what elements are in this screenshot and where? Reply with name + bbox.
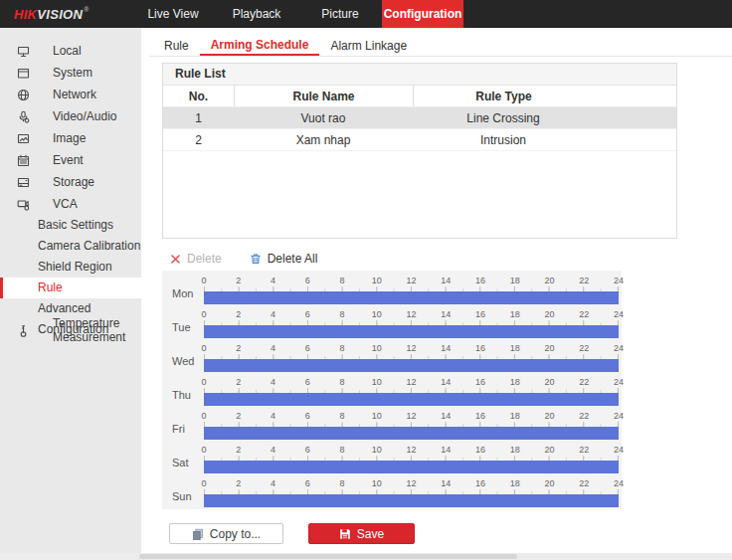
hour-label: 6 bbox=[305, 411, 310, 421]
schedule-track-wed[interactable] bbox=[204, 359, 619, 372]
hour-label: 6 bbox=[305, 377, 310, 387]
rule-row-1[interactable]: 1Vuot raoLine Crossing bbox=[163, 107, 676, 129]
schedule-bar-mon[interactable] bbox=[204, 291, 619, 304]
schedule-bar-thu[interactable] bbox=[204, 393, 619, 406]
arming-schedule: Mon024681012141618202224Tue0246810121416… bbox=[162, 271, 622, 509]
sidebar-item-label: Event bbox=[53, 153, 84, 167]
hour-label: 4 bbox=[271, 309, 275, 319]
schedule-bar-sat[interactable] bbox=[204, 461, 619, 473]
sidebar-item-local[interactable]: Local bbox=[0, 40, 141, 62]
hour-label: 14 bbox=[441, 478, 451, 488]
hour-label: 24 bbox=[614, 445, 624, 455]
hour-scale: 024681012141618202224 bbox=[204, 343, 619, 353]
schedule-track-sun[interactable] bbox=[204, 494, 619, 507]
delete-all-button[interactable]: Delete All bbox=[250, 252, 318, 266]
hour-label: 20 bbox=[544, 343, 554, 353]
tab-rule[interactable]: Rule bbox=[153, 35, 200, 56]
schedule-row-fri: Fri024681012141618202224 bbox=[162, 408, 622, 442]
hour-label: 10 bbox=[372, 411, 382, 421]
thermometer-icon bbox=[17, 324, 30, 337]
tab-arming-schedule[interactable]: Arming Schedule bbox=[200, 35, 320, 56]
hour-label: 22 bbox=[579, 478, 589, 488]
tab-alarm-linkage[interactable]: Alarm Linkage bbox=[319, 35, 418, 56]
hour-label: 8 bbox=[339, 343, 344, 353]
hour-label: 0 bbox=[201, 309, 206, 319]
cell: Vuot rao bbox=[234, 107, 413, 128]
cell: 2 bbox=[163, 129, 234, 150]
schedule-bar-sun[interactable] bbox=[204, 494, 619, 507]
save-label: Save bbox=[357, 527, 384, 541]
schedule-track-tue[interactable] bbox=[204, 325, 619, 338]
logo-part-white: VISION bbox=[37, 7, 83, 22]
rule-row-2[interactable]: 2Xam nhapIntrusion bbox=[163, 129, 676, 151]
hour-label: 16 bbox=[475, 411, 485, 421]
nav-item-live-view[interactable]: Live View bbox=[131, 0, 215, 28]
sidebar-item-temperature-measurement[interactable]: Temperature Measurement bbox=[0, 319, 141, 341]
horizontal-scrollbar-thumb[interactable] bbox=[139, 554, 517, 559]
hour-label: 20 bbox=[544, 445, 554, 455]
hour-label: 12 bbox=[406, 411, 416, 421]
day-label: Sat bbox=[172, 457, 202, 468]
sidebar-item-label: System bbox=[53, 66, 92, 80]
save-icon bbox=[339, 528, 351, 540]
hour-label: 20 bbox=[544, 411, 554, 421]
hour-label: 12 bbox=[406, 343, 416, 353]
main-panel: RuleArming ScheduleAlarm Linkage Rule Li… bbox=[141, 28, 732, 560]
sidebar-item-video-audio[interactable]: Video/Audio bbox=[0, 105, 141, 127]
hour-label: 18 bbox=[510, 343, 520, 353]
schedule-bar-tue[interactable] bbox=[204, 325, 619, 338]
nav-item-playback[interactable]: Playback bbox=[215, 0, 298, 28]
hour-label: 4 bbox=[271, 478, 275, 488]
sidebar-subitem-shield-region[interactable]: Shield Region bbox=[0, 257, 141, 278]
schedule-track-fri[interactable] bbox=[204, 427, 619, 440]
hour-label: 2 bbox=[236, 411, 241, 421]
hour-label: 20 bbox=[544, 478, 554, 488]
sidebar-item-event[interactable]: Event bbox=[0, 149, 141, 171]
sidebar-item-label: VCA bbox=[53, 197, 78, 211]
hour-scale: 024681012141618202224 bbox=[204, 377, 619, 387]
hour-scale: 024681012141618202224 bbox=[204, 445, 619, 455]
sidebar-item-storage[interactable]: Storage bbox=[0, 171, 141, 193]
rule-list-table: Rule List No.Rule NameRule Type 1Vuot ra… bbox=[162, 63, 677, 239]
image-icon bbox=[17, 132, 30, 145]
hour-label: 0 bbox=[201, 276, 206, 285]
schedule-bar-wed[interactable] bbox=[204, 359, 619, 372]
sidebar-item-label: Network bbox=[53, 88, 96, 101]
nav-item-picture[interactable]: Picture bbox=[298, 0, 382, 28]
hour-label: 0 bbox=[201, 343, 206, 353]
schedule-track-sat[interactable] bbox=[204, 461, 619, 473]
schedule-track-thu[interactable] bbox=[204, 393, 619, 406]
hour-label: 22 bbox=[579, 276, 589, 285]
hour-label: 12 bbox=[406, 309, 416, 319]
sidebar-subitem-rule[interactable]: Rule bbox=[0, 278, 141, 298]
hour-label: 22 bbox=[579, 309, 589, 319]
hour-label: 8 bbox=[339, 309, 344, 319]
sidebar-item-image[interactable]: Image bbox=[0, 127, 141, 149]
nav-item-configuration[interactable]: Configuration bbox=[382, 0, 463, 28]
sidebar-subitem-basic-settings[interactable]: Basic Settings bbox=[0, 215, 141, 236]
hour-label: 14 bbox=[441, 377, 451, 387]
hour-label: 18 bbox=[510, 309, 520, 319]
hour-label: 12 bbox=[406, 478, 416, 488]
hour-label: 8 bbox=[339, 445, 344, 455]
schedule-row-wed: Wed024681012141618202224 bbox=[162, 340, 622, 374]
sidebar-item-vca[interactable]: VCA bbox=[0, 193, 141, 215]
hour-label: 16 bbox=[475, 309, 485, 319]
horizontal-scrollbar[interactable] bbox=[0, 553, 732, 560]
day-label: Sun bbox=[172, 490, 202, 502]
hour-label: 4 bbox=[271, 276, 275, 285]
sidebar-subitem-camera-calibration[interactable]: Camera Calibration bbox=[0, 236, 141, 257]
hour-label: 18 bbox=[510, 411, 520, 421]
schedule-track-mon[interactable] bbox=[204, 291, 619, 304]
logo-part-red: HIK bbox=[14, 7, 37, 22]
sidebar-item-system[interactable]: System bbox=[0, 62, 141, 84]
day-label: Fri bbox=[172, 423, 202, 435]
sidebar-item-network[interactable]: Network bbox=[0, 84, 141, 105]
save-button[interactable]: Save bbox=[308, 523, 415, 544]
hour-label: 16 bbox=[475, 478, 485, 488]
delete-button[interactable]: Delete bbox=[170, 252, 222, 266]
copy-to-button[interactable]: Copy to... bbox=[169, 523, 283, 544]
cell: Intrusion bbox=[413, 129, 594, 150]
hour-label: 24 bbox=[614, 309, 624, 319]
schedule-bar-fri[interactable] bbox=[204, 427, 619, 440]
